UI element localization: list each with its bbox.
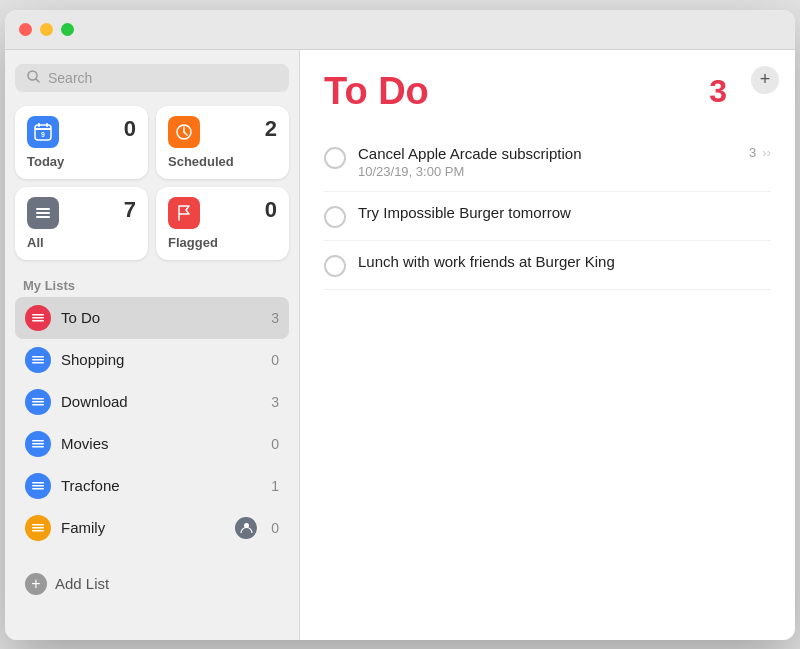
smart-card-today[interactable]: 9 0 Today: [15, 106, 148, 179]
minimize-button[interactable]: [40, 23, 53, 36]
movies-icon: [25, 431, 51, 457]
task-item: Cancel Apple Arcade subscription 10/23/1…: [324, 133, 771, 192]
svg-rect-24: [32, 446, 44, 448]
flagged-icon: [168, 197, 200, 229]
svg-rect-3: [38, 123, 40, 127]
scheduled-label: Scheduled: [168, 154, 277, 169]
shopping-icon: [25, 347, 51, 373]
smart-card-scheduled[interactable]: 2 Scheduled: [156, 106, 289, 179]
detail-pane: + To Do 3 Cancel Apple Arcade subscripti…: [300, 50, 795, 640]
task-content: Cancel Apple Arcade subscription 10/23/1…: [358, 145, 737, 179]
detail-header: To Do 3: [324, 70, 771, 113]
svg-line-9: [184, 132, 187, 135]
search-bar[interactable]: Search: [15, 64, 289, 92]
add-task-button[interactable]: +: [751, 66, 779, 94]
family-icon: [25, 515, 51, 541]
detail-count: 3: [709, 73, 727, 110]
svg-rect-25: [32, 482, 44, 484]
svg-rect-20: [32, 401, 44, 403]
todo-list-count: 3: [271, 310, 279, 326]
flagged-label: Flagged: [168, 235, 277, 250]
plus-icon: +: [760, 69, 771, 90]
sidebar-item-shopping[interactable]: Shopping 0: [15, 339, 289, 381]
search-placeholder: Search: [48, 70, 92, 86]
sidebar-item-download[interactable]: Download 3: [15, 381, 289, 423]
today-icon: 9: [27, 116, 59, 148]
add-icon: +: [25, 573, 47, 595]
svg-rect-13: [32, 314, 44, 316]
today-label: Today: [27, 154, 136, 169]
smart-lists: 9 0 Today: [15, 106, 289, 260]
task-title: Cancel Apple Arcade subscription: [358, 145, 737, 162]
svg-text:9: 9: [41, 131, 45, 138]
sidebar-item-todo[interactable]: To Do 3: [15, 297, 289, 339]
task-item: Try Impossible Burger tomorrow: [324, 192, 771, 241]
person-icon: [235, 517, 257, 539]
tracfone-list-count: 1: [271, 478, 279, 494]
svg-rect-15: [32, 320, 44, 322]
detail-title: To Do: [324, 70, 429, 113]
svg-rect-5: [35, 128, 51, 130]
family-list-name: Family: [61, 519, 225, 536]
main-content: Search 9: [5, 50, 795, 640]
sidebar-item-movies[interactable]: Movies 0: [15, 423, 289, 465]
svg-rect-19: [32, 398, 44, 400]
sidebar: Search 9: [5, 50, 300, 640]
today-count: 0: [124, 116, 136, 142]
tracfone-icon: [25, 473, 51, 499]
smart-card-flagged[interactable]: 0 Flagged: [156, 187, 289, 260]
svg-rect-30: [32, 530, 44, 532]
svg-line-1: [36, 79, 39, 82]
sidebar-item-family[interactable]: Family 0: [15, 507, 289, 549]
traffic-lights: [19, 23, 74, 36]
title-bar: [5, 10, 795, 50]
todo-icon: [25, 305, 51, 331]
svg-rect-11: [36, 212, 50, 214]
close-button[interactable]: [19, 23, 32, 36]
download-list-name: Download: [61, 393, 261, 410]
svg-rect-12: [36, 216, 50, 218]
svg-rect-18: [32, 362, 44, 364]
svg-rect-29: [32, 527, 44, 529]
scheduled-count: 2: [265, 116, 277, 142]
movies-list-count: 0: [271, 436, 279, 452]
search-icon: [27, 70, 40, 86]
task-content: Try Impossible Burger tomorrow: [358, 204, 771, 221]
scheduled-icon: [168, 116, 200, 148]
movies-list-name: Movies: [61, 435, 261, 452]
task-content: Lunch with work friends at Burger King: [358, 253, 771, 270]
flagged-count: 0: [265, 197, 277, 223]
svg-rect-21: [32, 404, 44, 406]
download-icon: [25, 389, 51, 415]
task-item: Lunch with work friends at Burger King: [324, 241, 771, 290]
tracfone-list-name: Tracfone: [61, 477, 261, 494]
task-circle[interactable]: [324, 206, 346, 228]
add-list-button[interactable]: + Add List: [15, 565, 289, 603]
task-subtask-count: 3: [749, 145, 756, 160]
smart-card-all[interactable]: 7 All: [15, 187, 148, 260]
todo-list-name: To Do: [61, 309, 261, 326]
svg-rect-14: [32, 317, 44, 319]
task-subtitle: 10/23/19, 3:00 PM: [358, 164, 737, 179]
svg-rect-23: [32, 443, 44, 445]
all-count: 7: [124, 197, 136, 223]
task-title: Lunch with work friends at Burger King: [358, 253, 771, 270]
svg-rect-16: [32, 356, 44, 358]
maximize-button[interactable]: [61, 23, 74, 36]
chevron-right-icon: ››: [762, 145, 771, 160]
shopping-list-count: 0: [271, 352, 279, 368]
svg-rect-26: [32, 485, 44, 487]
svg-rect-4: [46, 123, 48, 127]
task-circle[interactable]: [324, 147, 346, 169]
svg-rect-28: [32, 524, 44, 526]
my-lists-label: My Lists: [15, 278, 289, 293]
task-circle[interactable]: [324, 255, 346, 277]
family-list-count: 0: [271, 520, 279, 536]
svg-rect-10: [36, 208, 50, 210]
app-window: Search 9: [5, 10, 795, 640]
sidebar-item-tracfone[interactable]: Tracfone 1: [15, 465, 289, 507]
all-icon: [27, 197, 59, 229]
svg-rect-17: [32, 359, 44, 361]
all-label: All: [27, 235, 136, 250]
download-list-count: 3: [271, 394, 279, 410]
